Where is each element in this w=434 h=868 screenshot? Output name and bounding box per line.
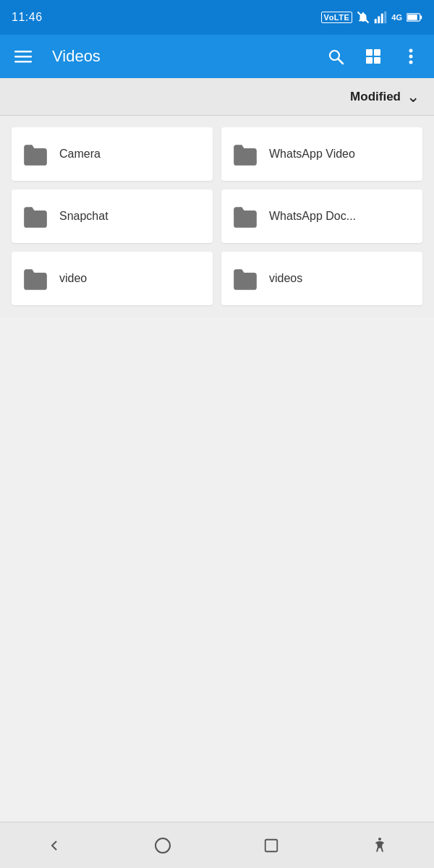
svg-point-22 (378, 838, 381, 841)
back-button[interactable] (37, 828, 72, 863)
svg-point-17 (409, 49, 413, 53)
folder-card[interactable]: Snapchat (12, 190, 213, 243)
svg-rect-10 (14, 61, 32, 63)
svg-rect-14 (374, 49, 380, 56)
folder-icon (231, 265, 259, 292)
folder-icon (231, 203, 259, 230)
folder-name: WhatsApp Video (269, 148, 355, 161)
folder-card[interactable]: video (12, 252, 213, 305)
folder-card[interactable]: videos (221, 252, 422, 305)
app-bar: Videos (0, 35, 434, 78)
status-icons: VoLTE 4G (321, 11, 422, 24)
home-button[interactable] (145, 828, 180, 863)
menu-button[interactable] (12, 45, 35, 68)
svg-rect-9 (14, 56, 32, 58)
folder-icon (22, 265, 49, 292)
svg-rect-7 (407, 14, 417, 20)
folder-icon (22, 203, 49, 230)
sort-bar[interactable]: Modified ⌄ (0, 78, 434, 116)
signal-icon (374, 11, 387, 24)
folder-icon (22, 140, 49, 168)
svg-point-18 (409, 55, 413, 59)
svg-rect-3 (381, 14, 383, 24)
folder-icon (231, 140, 259, 168)
recents-button[interactable] (254, 828, 289, 863)
svg-rect-1 (375, 19, 377, 23)
battery-icon (407, 12, 422, 22)
sort-label: Modified (350, 90, 401, 104)
svg-rect-15 (366, 57, 373, 64)
app-bar-icons (324, 45, 422, 68)
folder-name: videos (269, 272, 302, 285)
bottom-nav (0, 822, 434, 868)
grid-view-button[interactable] (362, 45, 385, 68)
svg-rect-2 (378, 17, 380, 24)
menu-icon (14, 48, 32, 65)
grid-icon (365, 48, 382, 65)
recents-icon (263, 838, 279, 854)
svg-point-20 (156, 838, 170, 853)
svg-line-12 (339, 59, 344, 64)
home-icon (154, 837, 171, 854)
accessibility-button[interactable] (362, 828, 397, 863)
folder-name: Snapchat (59, 210, 109, 223)
more-icon (409, 48, 413, 65)
status-time: 11:46 (12, 11, 43, 24)
folder-grid: Camera WhatsApp Video Snapchat WhatsApp … (12, 127, 422, 305)
notification-icon (357, 11, 370, 24)
svg-point-19 (409, 61, 413, 64)
folder-name: Camera (59, 148, 101, 161)
folder-name: video (59, 272, 87, 285)
svg-rect-4 (385, 12, 387, 24)
chevron-down-icon: ⌄ (407, 88, 420, 106)
svg-rect-13 (366, 49, 373, 56)
search-button[interactable] (324, 45, 347, 68)
more-options-button[interactable] (399, 45, 422, 68)
accessibility-icon (371, 837, 388, 854)
page-title: Videos (52, 47, 312, 66)
folder-name: WhatsApp Doc... (269, 210, 356, 223)
svg-rect-6 (420, 15, 422, 19)
svg-rect-16 (374, 57, 380, 64)
folder-card[interactable]: WhatsApp Video (221, 127, 422, 181)
volte-badge: VoLTE (321, 12, 353, 23)
status-bar: 11:46 VoLTE 4G (0, 0, 434, 35)
svg-rect-21 (265, 839, 278, 851)
network-type: 4G (391, 13, 402, 22)
svg-rect-8 (14, 51, 32, 53)
folder-card[interactable]: WhatsApp Doc... (221, 190, 422, 243)
content-area: Camera WhatsApp Video Snapchat WhatsApp … (0, 116, 434, 317)
back-icon (46, 837, 63, 854)
folder-card[interactable]: Camera (12, 127, 213, 181)
search-icon (327, 48, 344, 65)
